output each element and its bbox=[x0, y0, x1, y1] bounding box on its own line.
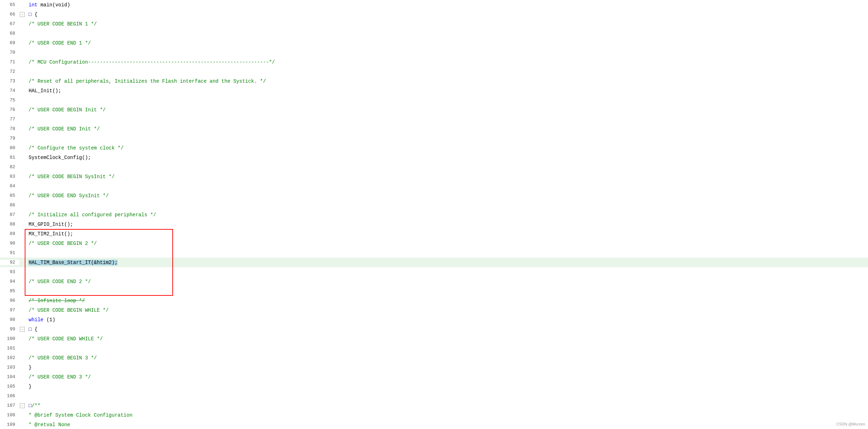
line-number: 96 bbox=[0, 298, 19, 303]
line-content: while (1) bbox=[26, 317, 868, 323]
code-line: 72 bbox=[0, 67, 868, 76]
line-number: 108 bbox=[0, 412, 19, 418]
line-content: /* USER CODE BEGIN SysInit */ bbox=[26, 174, 868, 180]
line-number: 101 bbox=[0, 346, 19, 351]
line-content: /* USER CODE END 2 */ bbox=[26, 279, 868, 284]
comment-text: /* USER CODE BEGIN Init */ bbox=[29, 107, 106, 113]
comment-text: /* Configure the system clock */ bbox=[29, 145, 124, 151]
code-line: 88 MX_GPIO_Init(); bbox=[0, 219, 868, 229]
code-line: 69 /* USER CODE END 1 */ bbox=[0, 38, 868, 48]
line-number: 80 bbox=[0, 145, 19, 151]
fold-icon[interactable]: - bbox=[20, 403, 25, 408]
line-content: /* USER CODE END 1 */ bbox=[26, 40, 868, 46]
line-content: □/** bbox=[26, 403, 868, 409]
line-number: 93 bbox=[0, 269, 19, 275]
code-line: 92 HAL_TIM_Base_Start_IT(&htim2); bbox=[0, 258, 868, 267]
code-line: 77 bbox=[0, 114, 868, 124]
code-line: 65int main(void) bbox=[0, 0, 868, 10]
code-line: 83 /* USER CODE BEGIN SysInit */ bbox=[0, 172, 868, 181]
code-line: 79 bbox=[0, 134, 868, 143]
line-content: /* MCU Configuration--------------------… bbox=[26, 59, 868, 65]
line-number: 89 bbox=[0, 231, 19, 236]
comment-text: /* USER CODE BEGIN 3 */ bbox=[29, 355, 97, 361]
line-content: /* Initialize all configured peripherals… bbox=[26, 212, 868, 218]
line-number: 97 bbox=[0, 307, 19, 313]
comment-text: /* USER CODE END SysInit */ bbox=[29, 193, 109, 199]
comment-text: /** bbox=[31, 403, 40, 409]
code-line: 89 MX_TIM2_Init(); bbox=[0, 229, 868, 239]
line-number: 100 bbox=[0, 336, 19, 341]
line-content: /* USER CODE END Init */ bbox=[26, 126, 868, 132]
code-line: 97 /* USER CODE BEGIN WHILE */ bbox=[0, 305, 868, 315]
comment-text: * @retval None bbox=[29, 422, 70, 428]
code-line: 99-□ { bbox=[0, 324, 868, 334]
strikethrough-comment: /* Infinite loop */ bbox=[29, 298, 85, 304]
line-content: □ { bbox=[26, 12, 868, 17]
brace: { bbox=[31, 327, 37, 332]
line-content: HAL_Init(); bbox=[26, 88, 868, 94]
code-line: 86 bbox=[0, 200, 868, 210]
code-line: 73 /* Reset of all peripherals, Initiali… bbox=[0, 76, 868, 86]
code-line: 81 SystemClock_Config(); bbox=[0, 153, 868, 162]
line-content: SystemClock_Config(); bbox=[26, 155, 868, 160]
code-editor: 65int main(void)66-□ {67 /* USER CODE BE… bbox=[0, 0, 868, 429]
code-line: 66-□ { bbox=[0, 10, 868, 19]
brace: } bbox=[29, 365, 31, 370]
code-text: SystemClock_Config(); bbox=[29, 155, 91, 160]
fold-icon[interactable]: - bbox=[20, 12, 25, 17]
code-line: 104 /* USER CODE END 3 */ bbox=[0, 372, 868, 382]
code-text: (1) bbox=[43, 317, 55, 323]
code-text: MX_GPIO_Init(); bbox=[29, 222, 73, 227]
line-content: /* USER CODE END WHILE */ bbox=[26, 336, 868, 342]
code-text: main(void) bbox=[37, 2, 70, 8]
gutter-fold: - bbox=[19, 403, 26, 408]
line-content: MX_TIM2_Init(); bbox=[26, 231, 868, 237]
line-number: 92 bbox=[0, 260, 19, 265]
line-number: 67 bbox=[0, 21, 19, 27]
gutter-fold: - bbox=[19, 327, 26, 332]
line-number: 85 bbox=[0, 193, 19, 198]
code-line: 105 } bbox=[0, 382, 868, 391]
line-content: /* USER CODE BEGIN 1 */ bbox=[26, 21, 868, 27]
code-line: 96 /* Infinite loop */ bbox=[0, 296, 868, 305]
code-line: 108 * @brief System Clock Configuration bbox=[0, 410, 868, 420]
comment-text: /* USER CODE END 2 */ bbox=[29, 279, 91, 284]
code-line: 70 bbox=[0, 48, 868, 57]
comment-text: /* USER CODE BEGIN 2 */ bbox=[29, 241, 97, 246]
line-number: 104 bbox=[0, 374, 19, 380]
line-number: 66 bbox=[0, 12, 19, 17]
line-number: 82 bbox=[0, 164, 19, 170]
comment-text: /* MCU Configuration--------------------… bbox=[29, 59, 275, 65]
code-text: MX_TIM2_Init(); bbox=[29, 231, 73, 237]
line-number: 78 bbox=[0, 126, 19, 131]
line-number: 88 bbox=[0, 222, 19, 227]
code-line: 107-□/** bbox=[0, 401, 868, 410]
line-content: MX_GPIO_Init(); bbox=[26, 222, 868, 227]
line-number: 90 bbox=[0, 241, 19, 246]
line-number: 107 bbox=[0, 403, 19, 408]
line-content: /* Configure the system clock */ bbox=[26, 145, 868, 151]
comment-text: /* Reset of all peripherals, Initializes… bbox=[29, 78, 266, 84]
line-content: HAL_TIM_Base_Start_IT(&htim2); bbox=[26, 260, 868, 265]
code-line: 78 /* USER CODE END Init */ bbox=[0, 124, 868, 134]
line-content: /* USER CODE BEGIN Init */ bbox=[26, 107, 868, 113]
comment-text: /* USER CODE END Init */ bbox=[29, 126, 100, 132]
code-line: 71 /* MCU Configuration-----------------… bbox=[0, 57, 868, 67]
line-content: /* Infinite loop */ bbox=[26, 298, 868, 304]
code-line: 94 /* USER CODE END 2 */ bbox=[0, 277, 868, 286]
line-number: 70 bbox=[0, 50, 19, 55]
line-number: 103 bbox=[0, 365, 19, 370]
line-content: } bbox=[26, 384, 868, 389]
line-content: /* USER CODE BEGIN WHILE */ bbox=[26, 307, 868, 313]
watermark: CSDN @Murzen bbox=[836, 422, 865, 426]
line-number: 86 bbox=[0, 202, 19, 208]
fold-icon[interactable]: - bbox=[20, 327, 25, 332]
code-line: 76 /* USER CODE BEGIN Init */ bbox=[0, 105, 868, 114]
selected-code: HAL_TIM_Base_Start_IT(&htim2); bbox=[29, 260, 118, 265]
line-content: /* USER CODE END 3 */ bbox=[26, 374, 868, 380]
code-line: 74 HAL_Init(); bbox=[0, 86, 868, 95]
code-line: 98while (1) bbox=[0, 315, 868, 324]
line-number: 95 bbox=[0, 288, 19, 294]
code-line: 68 bbox=[0, 29, 868, 38]
comment-text: /* USER CODE END 3 */ bbox=[29, 374, 91, 380]
